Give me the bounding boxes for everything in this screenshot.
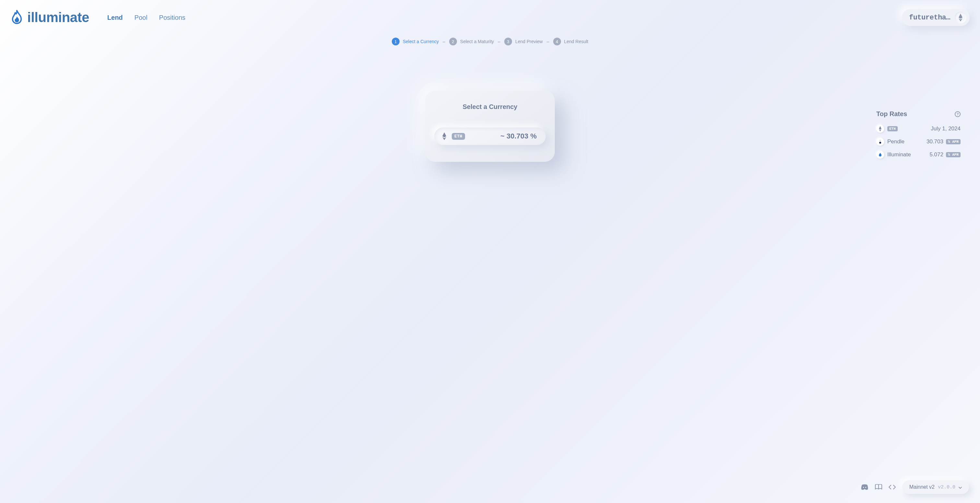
wallet-button[interactable]: futuretha…	[902, 9, 970, 26]
apr-badge: % APR	[946, 139, 961, 144]
step-currency[interactable]: 1 Select a Currency	[392, 38, 439, 45]
footer: Mainnet v2 v2.0.0	[861, 480, 969, 494]
step-label: Select a Currency	[403, 39, 439, 44]
rate-value: 30.703	[926, 139, 943, 145]
step-separator: –	[546, 39, 550, 44]
svg-point-1	[879, 142, 881, 144]
top-rates-maturity: ETH July 1, 2024	[876, 125, 961, 133]
step-label: Lend Preview	[515, 39, 543, 44]
main-nav: Lend Pool Positions	[107, 14, 185, 21]
stepper: 1 Select a Currency – 2 Select a Maturit…	[0, 38, 980, 45]
version-name: Mainnet v2	[909, 484, 935, 490]
ethereum-icon	[955, 12, 966, 23]
header: illuminate Lend Pool Positions futuretha…	[0, 0, 980, 26]
protocol-name: Illuminate	[887, 152, 911, 158]
help-icon[interactable]: ?	[955, 111, 961, 117]
discord-icon[interactable]	[861, 484, 869, 490]
nav-positions[interactable]: Positions	[159, 14, 185, 21]
version-selector[interactable]: Mainnet v2 v2.0.0	[902, 480, 969, 494]
chevron-down-icon	[959, 484, 962, 490]
step-number: 1	[392, 38, 399, 45]
step-result[interactable]: 4 Lend Result	[553, 38, 589, 45]
ethereum-icon	[440, 132, 449, 141]
pendle-icon	[876, 138, 884, 145]
select-currency-card: Select a Currency ETH ~ 30.703 %	[425, 91, 555, 162]
protocol-name: Pendle	[887, 139, 905, 145]
step-number: 2	[449, 38, 457, 45]
currency-option-eth[interactable]: ETH ~ 30.703 %	[434, 128, 546, 145]
currency-badge: ETH	[887, 126, 898, 131]
flame-icon	[10, 10, 23, 25]
svg-point-0	[880, 140, 881, 141]
step-maturity[interactable]: 2 Select a Maturity	[449, 38, 494, 45]
flame-icon	[876, 151, 884, 158]
step-label: Lend Result	[564, 39, 589, 44]
ethereum-icon	[876, 125, 884, 133]
wallet-address: futuretha…	[909, 14, 950, 22]
nav-pool[interactable]: Pool	[135, 14, 148, 21]
top-rates-title: Top Rates	[876, 110, 907, 118]
step-number: 3	[504, 38, 512, 45]
step-separator: –	[497, 39, 501, 44]
brand-name: illuminate	[27, 10, 89, 25]
card-title: Select a Currency	[434, 103, 546, 110]
step-label: Select a Maturity	[460, 39, 494, 44]
step-preview[interactable]: 3 Lend Preview	[504, 38, 543, 45]
step-number: 4	[553, 38, 561, 45]
docs-icon[interactable]	[875, 484, 882, 490]
rate-row-pendle[interactable]: Pendle 30.703 % APR	[876, 138, 961, 145]
currency-badge: ETH	[452, 133, 465, 140]
apr-badge: % APR	[946, 152, 961, 157]
currency-rate: ~ 30.703 %	[500, 132, 537, 141]
rate-row-illuminate[interactable]: Illuminate 5.072 % APR	[876, 151, 961, 158]
maturity-date: July 1, 2024	[931, 126, 961, 132]
brand[interactable]: illuminate	[10, 10, 89, 25]
version-tag: v2.0.0	[938, 484, 955, 490]
top-rates-panel: Top Rates ? ETH July 1, 2024 Pendle 30.7…	[876, 110, 961, 164]
rate-value: 5.072	[929, 152, 943, 158]
step-separator: –	[442, 39, 446, 44]
code-icon[interactable]	[889, 485, 896, 489]
nav-lend[interactable]: Lend	[107, 14, 123, 21]
